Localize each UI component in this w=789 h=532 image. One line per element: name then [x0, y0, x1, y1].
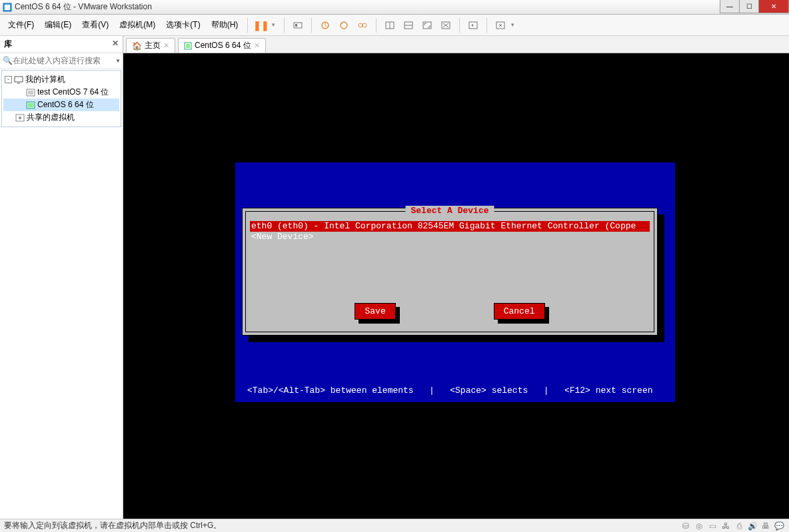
app-icon — [3, 3, 12, 12]
svg-point-7 — [363, 23, 367, 27]
tab-close-icon[interactable]: ✕ — [254, 41, 260, 50]
svg-rect-21 — [28, 91, 33, 95]
separator — [284, 18, 285, 33]
svg-point-25 — [19, 117, 21, 119]
floppy-icon[interactable]: ▭ — [708, 521, 717, 531]
svg-rect-18 — [15, 77, 23, 82]
console-blue-screen: Select A Device eth0 (eth0) - Intel Corp… — [235, 162, 675, 402]
monitor-icon — [14, 76, 23, 84]
pause-button[interactable]: ❚❚ — [253, 17, 269, 33]
content-area: 🏠 主页 ✕ CentOS 6 64 位 ✕ Select A Device — [123, 36, 789, 519]
save-button-wrap: Save — [355, 303, 395, 320]
menu-vm[interactable]: 虚拟机(M) — [115, 18, 159, 32]
separator — [486, 18, 487, 33]
separator — [247, 18, 248, 33]
status-text: 要将输入定向到该虚拟机，请在虚拟机内部单击或按 Ctrl+G。 — [4, 520, 221, 531]
svg-rect-27 — [186, 44, 190, 48]
sidebar-header: 库 ✕ — [0, 36, 123, 53]
separator — [311, 18, 312, 33]
usb-icon[interactable]: ⎙ — [734, 521, 744, 531]
select-device-dialog: Select A Device eth0 (eth0) - Intel Corp… — [242, 208, 658, 336]
minimize-button[interactable]: — — [720, 0, 740, 13]
library-tree: - 我的计算机 test CentOS 7 64 位 CentOS 6 64 位 — [1, 70, 121, 127]
tree-label: 共享的虚拟机 — [27, 112, 75, 123]
window-controls: — ☐ ✕ — [720, 0, 789, 13]
maximize-button[interactable]: ☐ — [739, 0, 759, 13]
dialog-title: Select A Device — [405, 206, 494, 216]
send-ctrl-alt-del-button[interactable] — [290, 17, 306, 33]
sound-icon[interactable]: 🔊 — [748, 521, 757, 531]
search-dropdown[interactable]: ▼ — [113, 58, 123, 64]
tree-toggle-icon[interactable]: - — [5, 76, 12, 83]
svg-rect-3 — [295, 24, 297, 27]
search-icon: 🔍 — [3, 56, 13, 65]
device-row-new[interactable]: <New Device> — [250, 232, 650, 242]
tab-close-icon[interactable]: ✕ — [163, 41, 169, 50]
separator — [376, 18, 377, 33]
menu-file[interactable]: 文件(F) — [4, 18, 38, 32]
separator — [459, 18, 460, 33]
library-sidebar: 库 ✕ 🔍 ▼ - 我的计算机 test CentOS 7 64 位 — [0, 36, 123, 519]
search-input[interactable] — [13, 56, 113, 65]
window-title: CentOS 6 64 位 - VMware Workstation — [15, 1, 152, 13]
tree-label: 我的计算机 — [25, 74, 65, 85]
network-icon[interactable]: 🖧 — [721, 521, 730, 531]
menu-help[interactable]: 帮助(H) — [207, 18, 243, 32]
save-button[interactable]: Save — [355, 303, 395, 320]
cancel-button-wrap: Cancel — [494, 303, 545, 320]
device-list[interactable]: eth0 (eth0) - Intel Corporation 82545EM … — [250, 221, 650, 242]
tree-label: CentOS 6 64 位 — [37, 99, 94, 111]
tree-item-vm-centos6[interactable]: CentOS 6 64 位 — [3, 99, 119, 111]
menu-bar: 文件(F) 编辑(E) 查看(V) 虚拟机(M) 选项卡(T) 帮助(H) ❚❚… — [0, 15, 789, 36]
pause-dropdown[interactable]: ▼ — [271, 22, 279, 28]
sidebar-title: 库 — [4, 39, 12, 50]
status-device-icons: ⛁ ◎ ▭ 🖧 ⎙ 🔊 🖶 💬 — [681, 521, 784, 531]
sidebar-close-button[interactable]: ✕ — [112, 39, 119, 48]
menu-edit[interactable]: 编辑(E) — [41, 18, 75, 32]
snapshot-manage-button[interactable] — [355, 17, 371, 33]
vm-console-view[interactable]: Select A Device eth0 (eth0) - Intel Corp… — [123, 53, 789, 519]
vm-running-icon — [184, 42, 192, 50]
dialog-inner-frame: Select A Device eth0 (eth0) - Intel Corp… — [245, 211, 654, 332]
view-console-icon[interactable] — [400, 17, 416, 33]
message-icon[interactable]: 💬 — [774, 521, 784, 531]
tab-home[interactable]: 🏠 主页 ✕ — [126, 38, 175, 53]
close-button[interactable]: ✕ — [758, 0, 789, 13]
snapshot-revert-button[interactable] — [336, 17, 352, 33]
svg-rect-1 — [5, 5, 10, 10]
svg-point-6 — [359, 23, 363, 27]
console-hint: <Tab>/<Alt-Tab> between elements | <Spac… — [235, 386, 675, 396]
svg-rect-23 — [28, 103, 33, 107]
svg-rect-2 — [294, 23, 302, 28]
tree-item-vm-test[interactable]: test CentOS 7 64 位 — [3, 86, 119, 99]
cancel-button[interactable]: Cancel — [494, 303, 545, 320]
shared-icon — [15, 114, 25, 122]
tab-label: CentOS 6 64 位 — [195, 40, 251, 51]
tree-shared-vms[interactable]: 共享的虚拟机 — [3, 111, 119, 124]
snapshot-take-button[interactable] — [317, 17, 333, 33]
fullscreen-icon[interactable] — [419, 17, 435, 33]
vm-icon — [26, 89, 35, 97]
search-row: 🔍 ▼ — [0, 53, 123, 69]
tab-vm-centos6[interactable]: CentOS 6 64 位 ✕ — [178, 38, 266, 53]
disk-icon[interactable]: ⛁ — [681, 521, 690, 531]
window-title-bar: CentOS 6 64 位 - VMware Workstation — ☐ ✕ — [0, 0, 789, 15]
cd-icon[interactable]: ◎ — [694, 521, 704, 531]
menu-view[interactable]: 查看(V) — [78, 18, 113, 32]
cycle-view-icon[interactable] — [465, 17, 481, 33]
tabs-row: 🏠 主页 ✕ CentOS 6 64 位 ✕ — [123, 36, 789, 53]
stretch-icon[interactable] — [492, 17, 508, 33]
vm-running-icon — [26, 101, 35, 109]
home-icon: 🏠 — [132, 41, 142, 51]
dialog-buttons: Save Cancel — [246, 303, 654, 320]
status-bar: 要将输入定向到该虚拟机，请在虚拟机内部单击或按 Ctrl+G。 ⛁ ◎ ▭ 🖧 … — [0, 519, 789, 532]
tree-label: test CentOS 7 64 位 — [37, 87, 109, 98]
printer-icon[interactable]: 🖶 — [761, 521, 770, 531]
menu-tabs[interactable]: 选项卡(T) — [162, 18, 204, 32]
tree-root-my-computer[interactable]: - 我的计算机 — [3, 73, 119, 86]
unity-icon[interactable] — [438, 17, 454, 33]
tab-label: 主页 — [145, 40, 161, 51]
stretch-dropdown[interactable]: ▼ — [510, 22, 518, 28]
view-single-icon[interactable] — [382, 17, 398, 33]
device-row-eth0[interactable]: eth0 (eth0) - Intel Corporation 82545EM … — [250, 221, 650, 232]
